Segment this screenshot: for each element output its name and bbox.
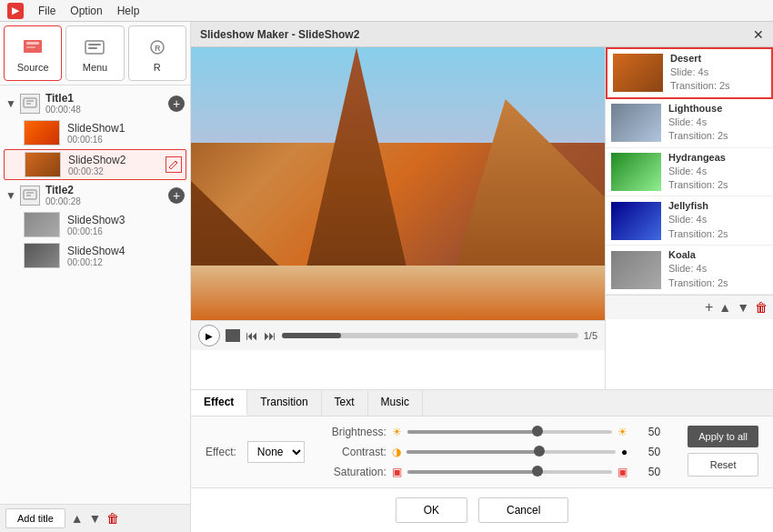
brightness-thumb[interactable]	[532, 426, 543, 437]
brightness-end-icon: ☀	[617, 426, 627, 438]
page-indicator: 1/5	[584, 330, 597, 341]
tab-text[interactable]: Text	[322, 390, 368, 416]
title-bar: Slideshow Maker - SlideShow2 ✕	[191, 22, 773, 47]
move-up-arrow[interactable]: ▲	[71, 511, 84, 526]
list-item[interactable]: Hydrangeas Slide: 4s Transition: 2s	[606, 148, 773, 197]
list-item[interactable]: Jellyfish Slide: 4s Transition: 2s	[606, 196, 773, 246]
move-slide-down-button[interactable]: ▼	[737, 300, 749, 315]
saturation-slider[interactable]	[407, 470, 612, 474]
menu-tab-label: Menu	[83, 62, 108, 73]
slideshow3-thumb	[24, 212, 60, 237]
title1-name: Title1	[45, 92, 168, 105]
r-tab-icon: R	[145, 35, 170, 60]
tab-effect[interactable]: Effect	[191, 390, 247, 416]
slide-list-panel: Desert Slide: 4s Transition: 2s Lighthou…	[605, 47, 773, 389]
next-button[interactable]: ⏭	[264, 328, 276, 343]
move-down-arrow[interactable]: ▼	[89, 511, 102, 526]
list-item[interactable]: Lighthouse Slide: 4s Transition: 2s	[606, 99, 773, 148]
edit-slideshow2-button[interactable]	[166, 156, 182, 173]
tab-menu[interactable]: Menu	[65, 25, 124, 81]
bottom-buttons: OK Cancel	[191, 487, 773, 532]
brightness-slider[interactable]	[407, 430, 612, 434]
menu-help[interactable]: Help	[117, 5, 140, 17]
move-slide-up-button[interactable]: ▲	[718, 300, 731, 315]
tree-group-header-title1[interactable]: ▼ Title1 00:00:48 +	[0, 89, 190, 117]
prev-button[interactable]: ⏮	[246, 328, 258, 343]
effect-panel: Effect Transition Text Music Effect: Non…	[191, 389, 773, 487]
list-item[interactable]: SlideShow1 00:00:16	[0, 117, 190, 148]
saturation-thumb[interactable]	[532, 466, 543, 477]
contrast-thumb[interactable]	[534, 446, 545, 457]
app-icon: ▶	[7, 3, 24, 19]
slideshow2-name: SlideShow2	[68, 154, 166, 166]
list-item[interactable]: SlideShow3 00:00:16	[0, 209, 190, 240]
saturation-end-icon: ▣	[617, 466, 627, 478]
svg-rect-1	[26, 42, 39, 45]
saturation-label: Saturation:	[323, 466, 386, 478]
lighthouse-name: Lighthouse	[668, 103, 728, 114]
tab-source[interactable]: Source	[4, 25, 62, 81]
title1-icon	[20, 94, 40, 114]
brightness-start-icon: ☀	[392, 426, 402, 438]
stop-button[interactable]	[226, 329, 240, 342]
progress-bar[interactable]	[282, 333, 578, 338]
tab-music[interactable]: Music	[368, 390, 423, 416]
menu-option[interactable]: Option	[70, 5, 102, 17]
svg-rect-8	[24, 98, 36, 107]
brightness-row: Brightness: ☀ ☀ 50	[323, 426, 660, 438]
menu-bar: ▶ File Option Help	[0, 0, 773, 22]
contrast-slider[interactable]	[407, 450, 616, 454]
delete-button[interactable]: 🗑	[106, 511, 119, 526]
sliders-area: Brightness: ☀ ☀ 50 Contrast: ◑	[323, 426, 660, 478]
add-to-title1-button[interactable]: +	[168, 95, 185, 112]
koala-name: Koala	[668, 249, 728, 260]
ok-button[interactable]: OK	[396, 497, 467, 523]
source-icon	[20, 35, 45, 60]
list-item[interactable]: SlideShow4 00:00:12	[0, 240, 190, 271]
slideshow1-thumb	[24, 120, 60, 146]
hydrangeas-info: Hydrangeas Slide: 4s Transition: 2s	[668, 152, 728, 193]
list-item[interactable]: Koala Slide: 4s Transition: 2s	[606, 246, 773, 295]
brightness-label: Brightness:	[323, 426, 386, 438]
contrast-row: Contrast: ◑ ● 50	[323, 446, 660, 458]
slideshow4-thumb	[24, 243, 60, 268]
close-button[interactable]: ✕	[753, 27, 764, 42]
play-button[interactable]: ▶	[198, 325, 220, 346]
tree-group-title2: ▼ Title2 00:00:28 + SlideShow3 00:00	[0, 181, 190, 271]
hydrangeas-slide: Slide: 4s	[668, 165, 728, 178]
title2-duration: 00:00:28	[45, 196, 168, 206]
lighthouse-transition: Transition: 2s	[668, 129, 728, 143]
add-slide-button[interactable]: +	[705, 299, 713, 316]
slideshow1-info: SlideShow1 00:00:16	[67, 122, 185, 145]
slideshow1-time: 00:00:16	[67, 135, 185, 145]
lighthouse-info: Lighthouse Slide: 4s Transition: 2s	[668, 103, 728, 144]
slideshow3-info: SlideShow3 00:00:16	[67, 214, 185, 236]
list-item[interactable]: Desert Slide: 4s Transition: 2s	[606, 47, 773, 99]
apply-to-all-button[interactable]: Apply to all	[688, 426, 758, 447]
contrast-end-icon: ●	[621, 446, 627, 458]
title2-name: Title2	[45, 184, 168, 196]
saturation-row: Saturation: ▣ ▣ 50	[323, 466, 660, 478]
desert-info: Desert Slide: 4s Transition: 2s	[670, 53, 730, 94]
menu-file[interactable]: File	[38, 5, 55, 17]
slideshow3-time: 00:00:16	[67, 226, 185, 236]
saturation-start-icon: ▣	[392, 466, 402, 478]
tab-r[interactable]: R R	[128, 25, 186, 81]
desert-name: Desert	[670, 53, 730, 64]
cancel-button[interactable]: Cancel	[478, 497, 568, 523]
tab-transition[interactable]: Transition	[247, 390, 321, 416]
add-title-button[interactable]: Add title	[5, 508, 65, 528]
effect-selector-area: Effect: None	[206, 426, 305, 478]
reset-button[interactable]: Reset	[688, 453, 758, 477]
hydrangeas-name: Hydrangeas	[668, 152, 728, 163]
add-to-title2-button[interactable]: +	[168, 187, 185, 204]
tree-group-header-title2[interactable]: ▼ Title2 00:00:28 +	[0, 181, 190, 209]
list-item[interactable]: SlideShow2 00:00:32	[4, 149, 186, 180]
video-preview	[191, 47, 605, 320]
contrast-value: 50	[633, 446, 660, 458]
effect-dropdown[interactable]: None	[247, 441, 305, 463]
delete-slide-button[interactable]: 🗑	[755, 300, 768, 315]
right-area: Slideshow Maker - SlideShow2 ✕	[191, 22, 773, 532]
left-panel: Source Menu R	[0, 22, 191, 532]
effect-label: Effect:	[206, 446, 236, 458]
